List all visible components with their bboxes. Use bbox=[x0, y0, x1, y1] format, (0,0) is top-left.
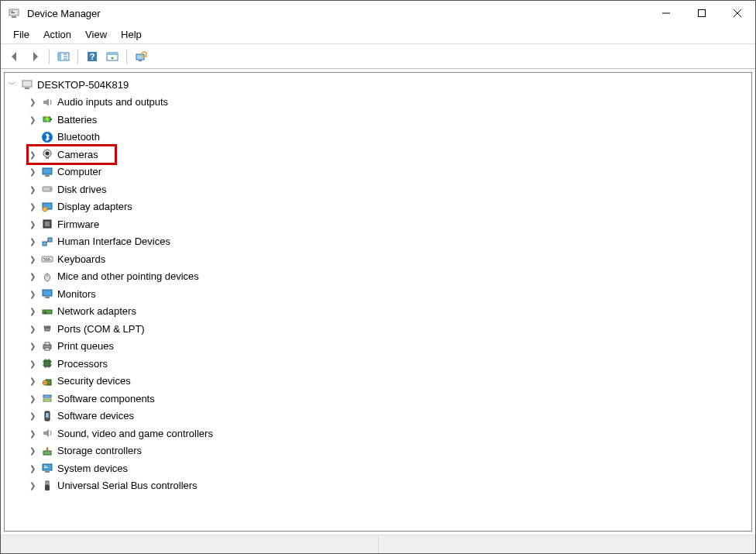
chevron-right-icon[interactable]: ❯ bbox=[28, 429, 37, 438]
tree-item[interactable]: ❯Audio inputs and outputs bbox=[5, 94, 751, 112]
chevron-right-icon[interactable]: ❯ bbox=[28, 220, 37, 229]
svg-rect-69 bbox=[43, 395, 51, 397]
chevron-right-icon[interactable]: ❯ bbox=[28, 481, 37, 490]
chevron-right-icon[interactable]: ❯ bbox=[28, 272, 37, 280]
menu-file[interactable]: File bbox=[7, 27, 36, 42]
chevron-down-icon[interactable]: ﹀ bbox=[8, 79, 17, 90]
svg-rect-70 bbox=[43, 399, 51, 401]
tree-item[interactable]: ❯Print queues bbox=[5, 338, 751, 356]
menu-bar: File Action View Help bbox=[1, 26, 755, 44]
tree-item[interactable]: ❯System devices bbox=[5, 459, 751, 477]
processor-icon bbox=[40, 356, 54, 370]
tree-item-label: Firmware bbox=[57, 219, 99, 230]
tree-item[interactable]: ❯Mice and other pointing devices bbox=[5, 268, 751, 286]
svg-rect-40 bbox=[42, 256, 53, 262]
svg-rect-50 bbox=[44, 311, 46, 314]
tree-item[interactable]: ❯Cameras bbox=[5, 146, 751, 163]
tree-item[interactable]: ❯Software devices bbox=[5, 408, 751, 425]
tree-item[interactable]: ❯Firmware bbox=[5, 215, 751, 233]
menu-action[interactable]: Action bbox=[37, 27, 77, 42]
device-manager-window: Device Manager File Action View Help bbox=[0, 0, 756, 554]
svg-rect-18 bbox=[139, 60, 142, 61]
menu-view[interactable]: View bbox=[79, 27, 113, 42]
tree-item[interactable]: ❯Universal Serial Bus controllers bbox=[5, 477, 751, 495]
tree-item[interactable]: ❯Display adapters bbox=[5, 198, 751, 216]
chevron-right-icon[interactable]: ❯ bbox=[28, 115, 37, 124]
svg-point-32 bbox=[50, 188, 51, 190]
tree-item-label: Processors bbox=[57, 358, 108, 370]
tree-item[interactable]: ❯Monitors bbox=[5, 285, 751, 303]
minimize-button[interactable] bbox=[648, 1, 684, 26]
tree-item-label: Display adapters bbox=[57, 201, 132, 212]
camera-icon bbox=[40, 147, 54, 161]
tree-item-label: Software components bbox=[57, 393, 155, 404]
svg-point-52 bbox=[46, 327, 48, 329]
svg-rect-9 bbox=[58, 53, 61, 60]
tree-item[interactable]: ❯Keyboards bbox=[5, 250, 751, 268]
chevron-right-icon[interactable]: ❯ bbox=[28, 98, 37, 106]
forward-button[interactable] bbox=[26, 47, 44, 66]
tree-item[interactable]: ❯Network adapters bbox=[5, 303, 751, 321]
tree-item[interactable]: ❯Human Interface Devices bbox=[5, 233, 751, 251]
window-title: Device Manager bbox=[27, 8, 101, 19]
tree-item[interactable]: ❯Software components bbox=[5, 390, 751, 408]
svg-rect-37 bbox=[43, 242, 46, 246]
action-button[interactable] bbox=[103, 47, 122, 66]
chevron-right-icon[interactable]: ❯ bbox=[28, 167, 37, 176]
chevron-right-icon[interactable]: ❯ bbox=[28, 202, 37, 211]
svg-rect-2 bbox=[11, 11, 13, 12]
tree-item[interactable]: ❯Computer bbox=[5, 163, 751, 181]
chevron-right-icon[interactable]: ❯ bbox=[28, 185, 37, 194]
chevron-right-icon[interactable]: ❯ bbox=[28, 290, 37, 298]
tree-item[interactable]: Bluetooth bbox=[5, 129, 751, 146]
svg-rect-16 bbox=[107, 53, 118, 55]
chevron-right-icon[interactable]: ❯ bbox=[28, 411, 37, 420]
close-button[interactable] bbox=[720, 1, 755, 26]
print-icon bbox=[40, 339, 54, 353]
tree-item[interactable]: ❯Batteries bbox=[5, 111, 751, 129]
svg-point-68 bbox=[44, 382, 46, 384]
tree-item-label: System devices bbox=[57, 463, 128, 474]
chevron-right-icon[interactable]: ❯ bbox=[28, 342, 37, 350]
help-button[interactable]: ? bbox=[83, 47, 101, 66]
svg-rect-76 bbox=[44, 467, 48, 468]
tree-item-label: Ports (COM & LPT) bbox=[57, 323, 145, 335]
device-tree-panel[interactable]: ﹀DESKTOP-504K819❯Audio inputs and output… bbox=[4, 72, 752, 532]
tree-item[interactable]: ❯Sound, video and game controllers bbox=[5, 425, 751, 442]
toolbar-separator bbox=[126, 49, 127, 64]
scan-hardware-button[interactable] bbox=[132, 47, 150, 66]
chevron-right-icon[interactable]: ❯ bbox=[28, 394, 37, 403]
chevron-right-icon[interactable]: ❯ bbox=[28, 237, 37, 246]
chevron-right-icon[interactable]: ❯ bbox=[28, 464, 37, 473]
svg-text:?: ? bbox=[90, 52, 95, 61]
audio-icon bbox=[40, 95, 54, 109]
tree-item-label: Bluetooth bbox=[57, 131, 100, 143]
chevron-right-icon[interactable]: ❯ bbox=[28, 377, 37, 385]
chevron-right-icon[interactable]: ❯ bbox=[28, 255, 37, 263]
display-icon bbox=[40, 200, 54, 214]
chevron-right-icon[interactable]: ❯ bbox=[28, 307, 37, 315]
tree-item[interactable]: ❯Ports (COM & LPT) bbox=[5, 320, 751, 338]
svg-point-53 bbox=[48, 327, 50, 329]
chevron-right-icon[interactable]: ❯ bbox=[28, 325, 37, 333]
show-hide-console-button[interactable] bbox=[54, 47, 73, 66]
svg-rect-30 bbox=[45, 175, 50, 177]
menu-help[interactable]: Help bbox=[115, 27, 148, 42]
tree-item[interactable]: ❯Security devices bbox=[5, 373, 751, 391]
svg-point-34 bbox=[43, 207, 47, 212]
chevron-right-icon[interactable]: ❯ bbox=[28, 150, 37, 159]
svg-rect-78 bbox=[46, 481, 49, 485]
tree-item[interactable]: ❯Disk drives bbox=[5, 181, 751, 198]
tree-item[interactable]: ❯Processors bbox=[5, 355, 751, 373]
back-button[interactable] bbox=[5, 47, 24, 66]
svg-rect-29 bbox=[43, 168, 52, 174]
maximize-button[interactable] bbox=[684, 1, 720, 26]
app-icon bbox=[7, 6, 21, 20]
svg-rect-36 bbox=[45, 222, 50, 226]
status-cell bbox=[1, 535, 379, 553]
chevron-right-icon[interactable]: ❯ bbox=[28, 360, 37, 368]
tree-item[interactable]: ❯Storage controllers bbox=[5, 442, 751, 460]
tree-root[interactable]: ﹀DESKTOP-504K819 bbox=[5, 76, 751, 94]
chevron-right-icon[interactable]: ❯ bbox=[28, 446, 37, 455]
tree-item-label: Mice and other pointing devices bbox=[57, 270, 199, 282]
